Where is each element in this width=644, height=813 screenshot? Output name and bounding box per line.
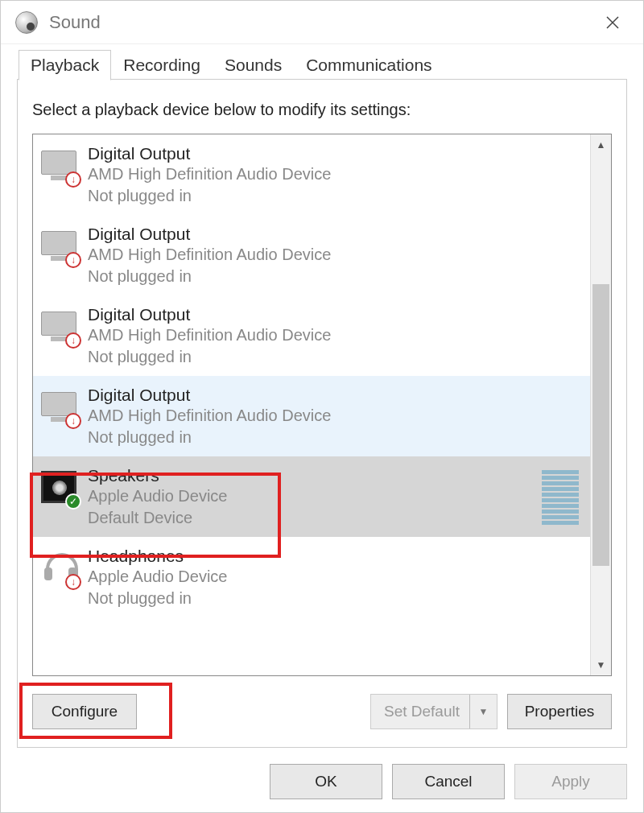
device-desc: AMD High Definition Audio Device	[88, 324, 582, 346]
titlebar: Sound	[1, 1, 643, 44]
device-status: Not plugged in	[88, 266, 582, 287]
device-status: Not plugged in	[88, 427, 582, 448]
unplugged-badge-icon: ↓	[65, 413, 81, 429]
properties-button[interactable]: Properties	[507, 694, 612, 729]
unplugged-badge-icon: ↓	[65, 171, 81, 188]
device-name: Headphones	[88, 547, 582, 566]
device-buttons-row: Configure Set Default ▼ Properties	[32, 676, 612, 729]
sound-dialog: Sound Playback Recording Sounds Communic…	[0, 0, 644, 813]
monitor-icon: ↓	[41, 147, 80, 186]
tab-body-playback: Select a playback device below to modify…	[17, 79, 627, 748]
device-item[interactable]: ↓Digital OutputAMD High Definition Audio…	[33, 376, 590, 456]
dialog-footer: OK Cancel Apply	[1, 759, 643, 812]
default-badge-icon: ✓	[65, 493, 81, 510]
device-item[interactable]: ✓SpeakersApple Audio DeviceDefault Devic…	[33, 456, 590, 537]
device-name: Digital Output	[88, 144, 582, 163]
tab-playback[interactable]: Playback	[19, 50, 111, 80]
ok-button[interactable]: OK	[270, 764, 382, 799]
scrollbar-vertical[interactable]: ▲ ▼	[590, 134, 611, 675]
device-item[interactable]: ↓Digital OutputAMD High Definition Audio…	[33, 295, 590, 376]
tab-recording[interactable]: Recording	[111, 50, 213, 80]
set-default-label: Set Default	[384, 703, 460, 720]
unplugged-badge-icon: ↓	[65, 332, 81, 349]
level-meter	[542, 470, 579, 525]
device-name: Speakers	[88, 466, 542, 485]
unplugged-badge-icon: ↓	[65, 252, 81, 268]
unplugged-badge-icon: ↓	[65, 574, 81, 590]
speaker-icon: ✓	[41, 469, 80, 508]
sound-app-icon	[15, 11, 38, 34]
configure-wrap: Configure	[32, 694, 137, 729]
headphones-icon: ↓	[41, 550, 80, 588]
instruction-text: Select a playback device below to modify…	[32, 101, 612, 119]
device-name: Digital Output	[88, 225, 582, 244]
monitor-icon: ↓	[41, 308, 80, 347]
scroll-down-arrow[interactable]: ▼	[591, 654, 611, 675]
device-name: Digital Output	[88, 305, 582, 324]
device-status: Not plugged in	[88, 185, 582, 207]
window-title: Sound	[49, 12, 590, 33]
tab-communications[interactable]: Communications	[294, 50, 444, 80]
device-desc: Apple Audio Device	[88, 566, 582, 588]
device-list[interactable]: ↓Digital OutputAMD High Definition Audio…	[33, 134, 590, 675]
configure-button[interactable]: Configure	[32, 694, 137, 729]
device-desc: AMD High Definition Audio Device	[88, 244, 582, 266]
device-desc: AMD High Definition Audio Device	[88, 405, 582, 427]
device-item[interactable]: ↓Digital OutputAMD High Definition Audio…	[33, 134, 590, 215]
tab-sounds[interactable]: Sounds	[213, 50, 294, 80]
scroll-up-arrow[interactable]: ▲	[591, 134, 611, 155]
monitor-icon: ↓	[41, 389, 80, 427]
device-status: Default Device	[88, 507, 542, 529]
device-name: Digital Output	[88, 386, 582, 405]
cancel-button[interactable]: Cancel	[392, 764, 505, 799]
set-default-dropdown-icon[interactable]: ▼	[469, 695, 497, 728]
apply-button[interactable]: Apply	[514, 764, 627, 799]
tabstrip: Playback Recording Sounds Communications	[1, 44, 643, 80]
scroll-track[interactable]	[591, 155, 611, 654]
device-desc: AMD High Definition Audio Device	[88, 163, 582, 185]
device-desc: Apple Audio Device	[88, 485, 542, 507]
device-status: Not plugged in	[88, 588, 582, 609]
device-item[interactable]: ↓HeadphonesApple Audio DeviceNot plugged…	[33, 537, 590, 617]
device-status: Not plugged in	[88, 346, 582, 368]
monitor-icon: ↓	[41, 228, 80, 266]
set-default-button[interactable]: Set Default ▼	[370, 694, 497, 729]
close-button[interactable]	[590, 1, 635, 44]
device-item[interactable]: ↓Digital OutputAMD High Definition Audio…	[33, 215, 590, 295]
device-list-container: ↓Digital OutputAMD High Definition Audio…	[32, 134, 612, 676]
scroll-thumb[interactable]	[592, 284, 609, 566]
